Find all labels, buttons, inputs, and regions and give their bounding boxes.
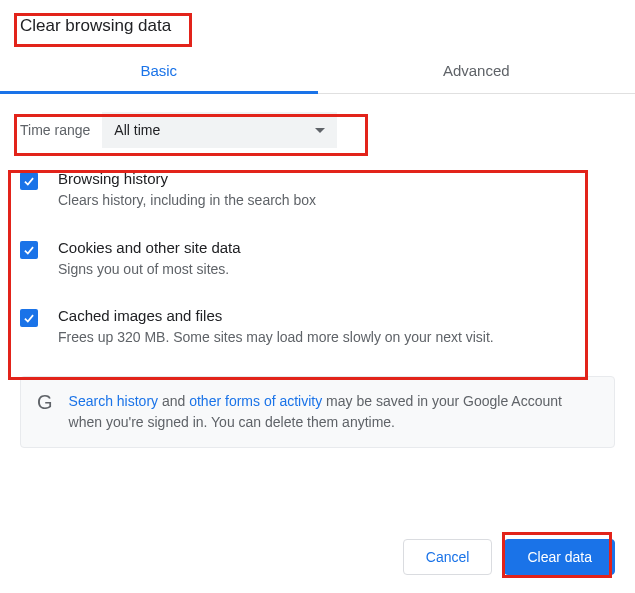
time-range-label: Time range (20, 122, 90, 138)
check-icon (22, 174, 36, 188)
tabs: Basic Advanced (0, 48, 635, 94)
option-text: Cookies and other site data Signs you ou… (58, 239, 241, 280)
check-icon (22, 243, 36, 257)
option-title: Cached images and files (58, 307, 494, 324)
info-box: G Search history and other forms of acti… (20, 376, 615, 448)
option-title: Browsing history (58, 170, 316, 187)
search-history-link[interactable]: Search history (69, 393, 158, 409)
checkbox-cookies[interactable] (20, 241, 38, 259)
check-icon (22, 311, 36, 325)
time-range-row: Time range All time (20, 112, 615, 148)
tab-basic[interactable]: Basic (0, 48, 318, 93)
chevron-down-icon (315, 128, 325, 133)
option-cached: Cached images and files Frees up 320 MB.… (20, 307, 615, 348)
time-range-value: All time (114, 122, 160, 138)
option-text: Browsing history Clears history, includi… (58, 170, 316, 211)
other-activity-link[interactable]: other forms of activity (189, 393, 322, 409)
tab-advanced[interactable]: Advanced (318, 48, 636, 93)
option-cookies: Cookies and other site data Signs you ou… (20, 239, 615, 280)
checkbox-cached[interactable] (20, 309, 38, 327)
google-icon: G (37, 391, 53, 414)
options-list: Browsing history Clears history, includi… (20, 170, 615, 348)
clear-browsing-dialog: Clear browsing data Basic Advanced Time … (0, 0, 635, 448)
option-desc: Clears history, including in the search … (58, 191, 316, 211)
option-browsing-history: Browsing history Clears history, includi… (20, 170, 615, 211)
option-text: Cached images and files Frees up 320 MB.… (58, 307, 494, 348)
option-title: Cookies and other site data (58, 239, 241, 256)
cancel-button[interactable]: Cancel (403, 539, 493, 575)
time-range-select[interactable]: All time (102, 112, 337, 148)
clear-data-button[interactable]: Clear data (504, 539, 615, 575)
option-desc: Signs you out of most sites. (58, 260, 241, 280)
info-text: Search history and other forms of activi… (69, 391, 598, 433)
checkbox-browsing-history[interactable] (20, 172, 38, 190)
dialog-title: Clear browsing data (0, 0, 635, 48)
option-desc: Frees up 320 MB. Some sites may load mor… (58, 328, 494, 348)
dialog-buttons: Cancel Clear data (403, 539, 615, 575)
